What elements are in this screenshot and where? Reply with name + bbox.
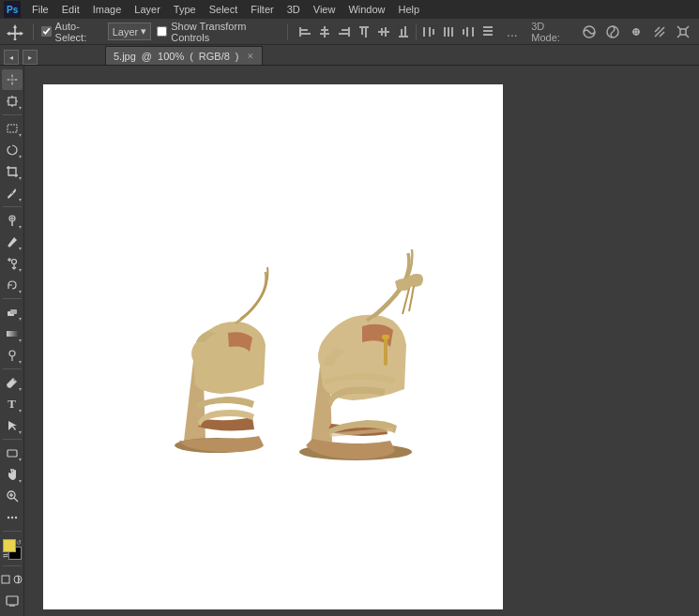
default-colors-icon[interactable]: ↺ [16,539,22,547]
tool-separator-4 [3,368,22,369]
svg-rect-21 [423,27,425,37]
auto-select-checkbox[interactable] [41,26,52,37]
layer-dropdown[interactable]: Layer ▾ [108,23,152,40]
menu-file[interactable]: File [26,2,54,17]
svg-rect-55 [7,331,18,337]
zoom-tool[interactable] [2,486,23,506]
distribute-left-icon[interactable] [419,23,438,41]
svg-marker-58 [8,421,17,430]
svg-rect-19 [401,29,403,36]
tab-bar: ◂ ▸ 5.jpg @ 100% ( RGB/8 ) ✕ [0,45,699,66]
extra-tools-button[interactable] [2,507,23,528]
eraser-tool[interactable]: ▾ [2,302,23,323]
3d-pan-icon[interactable] [626,22,646,42]
svg-point-65 [10,517,12,518]
menu-bar: Ps File Edit Image Layer Type Select Fil… [0,0,699,19]
brush-tool[interactable]: ▾ [2,232,23,252]
svg-rect-12 [359,26,369,28]
toolbox: ▾ ▾ ▾ ▾ ▾ ▾ ▾ ▾ [0,66,24,616]
history-brush-tool[interactable]: ▾ [2,275,23,295]
type-tool[interactable]: T ▾ [2,394,23,414]
show-transform-checkbox[interactable] [157,26,167,37]
3d-rotate-icon[interactable] [579,22,600,42]
artboard-tool[interactable]: ▾ [2,91,23,112]
divider-1 [33,23,34,40]
menu-window[interactable]: Window [342,2,390,17]
more-options-button[interactable]: ... [503,22,523,42]
tab-close-button[interactable]: ✕ [247,52,254,61]
dodge-tool[interactable]: ▾ [2,345,23,366]
svg-rect-5 [301,33,311,35]
align-center-v-icon[interactable] [374,23,393,41]
3d-scale-icon[interactable] [673,22,693,42]
ps-logo: Ps [4,1,21,18]
align-center-h-icon[interactable] [315,23,334,41]
path-selection-tool[interactable]: ▾ [2,415,23,436]
align-icons-group [296,23,497,41]
move-tool[interactable] [2,69,23,90]
main-layout: ▾ ▾ ▾ ▾ ▾ ▾ ▾ ▾ [0,66,699,616]
screen-mode-button[interactable] [0,569,12,590]
foreground-color-swatch[interactable] [3,539,16,552]
svg-rect-13 [361,28,363,35]
tool-separator-2 [3,206,22,207]
panel-arrow-right[interactable]: ▸ [23,50,38,65]
svg-rect-20 [404,26,406,36]
svg-rect-38 [8,98,16,105]
svg-rect-23 [433,29,434,35]
menu-3d[interactable]: 3D [281,2,306,17]
menu-filter[interactable]: Filter [245,2,279,17]
align-right-edges-icon[interactable] [335,23,354,41]
menu-select[interactable]: Select [204,2,244,17]
screen-view-button[interactable] [2,591,23,611]
panel-arrow-left[interactable]: ◂ [4,50,19,65]
divider-2 [287,23,288,40]
tab-colormode: ( [190,51,193,62]
show-transform-label: Show Transform Controls [171,21,279,43]
distribute-top-icon[interactable] [479,23,497,41]
mode-label: 3D Mode: [531,21,573,43]
rect-select-tool[interactable]: ▾ [2,118,23,139]
tool-separator-3 [3,298,22,299]
svg-rect-29 [472,27,474,37]
distribute-center-h-icon[interactable] [439,23,458,41]
menu-view[interactable]: View [308,2,342,17]
svg-rect-31 [483,30,493,32]
shape-tool[interactable]: ▾ [2,443,23,463]
align-bottom-edges-icon[interactable] [394,23,413,41]
eyedropper-tool[interactable]: ▾ [2,183,23,203]
hand-tool[interactable]: ▾ [2,464,23,485]
svg-rect-9 [348,27,350,37]
quick-mask-button[interactable] [12,569,24,590]
menu-layer[interactable]: Layer [129,2,166,17]
lasso-tool[interactable]: ▾ [2,140,23,160]
tab-file[interactable]: 5.jpg @ 100% ( RGB/8 ) ✕ [105,46,263,65]
svg-rect-30 [483,26,493,28]
svg-rect-3 [299,27,301,37]
tool-separator-5 [3,439,22,440]
menu-help[interactable]: Help [393,2,426,17]
tab-zoom-mode: @ [142,51,152,62]
pen-tool[interactable]: ▾ [2,372,23,393]
svg-rect-14 [365,28,367,38]
clone-stamp-tool[interactable]: ▾ [2,253,23,274]
svg-rect-4 [301,29,308,31]
menu-image[interactable]: Image [87,2,128,17]
align-left-edges-icon[interactable] [296,23,314,41]
gradient-tool[interactable]: ▾ [2,323,23,344]
show-transform-group: Show Transform Controls [157,21,279,43]
distribute-right-icon[interactable] [459,23,478,41]
svg-rect-8 [320,33,329,35]
healing-brush-tool[interactable]: ▾ [2,210,23,231]
menu-edit[interactable]: Edit [56,2,85,17]
3d-roll-icon[interactable] [602,22,623,42]
svg-rect-15 [378,31,389,33]
options-bar: Auto-Select: Layer ▾ Show Transform Cont… [0,19,699,45]
align-top-edges-icon[interactable] [355,23,373,41]
tool-separator-7 [3,565,22,566]
svg-rect-6 [324,26,326,38]
3d-slide-icon[interactable] [649,22,670,42]
crop-tool[interactable]: ▾ [2,161,23,182]
menu-type[interactable]: Type [168,2,202,17]
swap-colors-icon[interactable]: ⇄ [3,552,8,560]
